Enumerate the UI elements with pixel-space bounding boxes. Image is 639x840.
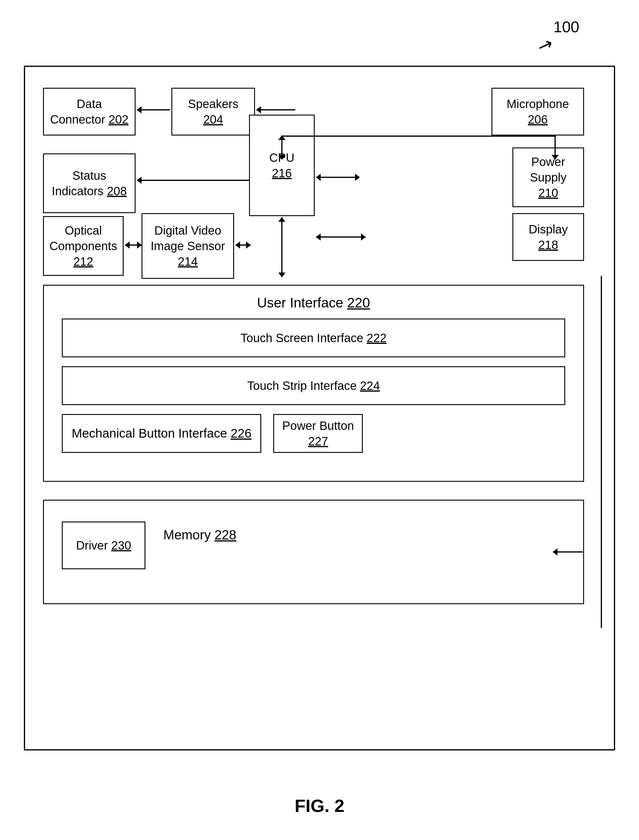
arrow-mic-to-speakers xyxy=(256,109,295,110)
digital-video-box: Digital VideoImage Sensor 214 xyxy=(141,213,234,279)
optical-components-label: OpticalComponents 212 xyxy=(49,223,118,269)
arrow-cpu-to-ui xyxy=(281,217,283,277)
microphone-box: Microphone 206 xyxy=(491,88,584,135)
data-connector-label: Data Connector 202 xyxy=(50,96,129,127)
arrow-mic-to-cpu-v xyxy=(555,135,556,159)
touch-screen-box: Touch Screen Interface 222 xyxy=(62,319,565,357)
arrow-display-cpu xyxy=(316,237,366,238)
display-label: Display 218 xyxy=(519,221,577,252)
digital-video-label: Digital VideoImage Sensor 214 xyxy=(148,223,227,269)
arrow-right-connector-v xyxy=(601,276,602,628)
memory-label: Memory 228 xyxy=(163,527,237,542)
arrow-speakers-to-dc xyxy=(137,109,170,110)
power-button-label: Power Button 227 xyxy=(280,418,356,449)
speakers-label: Speakers 204 xyxy=(178,96,248,127)
user-interface-number: 220 xyxy=(347,295,370,310)
display-box: Display 218 xyxy=(512,213,584,261)
speakers-box: Speakers 204 xyxy=(172,88,255,135)
data-connector-box: Data Connector 202 xyxy=(43,88,135,135)
memory-box: Driver 230 Memory 228 xyxy=(43,500,584,604)
main-diagram-box: Data Connector 202 Speakers 204 Micropho… xyxy=(24,66,615,750)
power-button-box: Power Button 227 xyxy=(273,414,363,453)
arrow-power-cpu xyxy=(316,177,359,178)
bottom-row: Mechanical Button Interface 226 Power Bu… xyxy=(62,414,565,453)
user-interface-label: User Interface 220 xyxy=(257,295,370,311)
arrow-to-memory-h xyxy=(553,551,583,553)
fig-caption: FIG. 2 xyxy=(295,796,345,816)
page: 100 ↙ Data Connector 202 Speakers 204 Mi… xyxy=(0,0,639,840)
touch-strip-label: Touch Strip Interface 224 xyxy=(247,378,380,394)
arrow-dv-cpu xyxy=(235,245,251,246)
power-supply-box: Power Supply 210 xyxy=(512,148,584,207)
user-interface-box: User Interface 220 Touch Screen Interfac… xyxy=(43,285,584,482)
fig-ref-number: 100 xyxy=(553,18,579,36)
status-indicators-label: Status Indicators 208 xyxy=(50,168,129,199)
driver-label: Driver 230 xyxy=(76,538,131,553)
status-indicators-box: Status Indicators 208 xyxy=(43,153,135,213)
arrow-cpu-speakers-v xyxy=(281,135,283,159)
optical-components-box: OpticalComponents 212 xyxy=(43,216,124,276)
mechanical-button-label: Mechanical Button Interface 226 xyxy=(72,426,251,441)
mechanical-button-box: Mechanical Button Interface 226 xyxy=(62,414,261,453)
power-supply-label: Power Supply 210 xyxy=(519,154,577,201)
arrow-status-cpu xyxy=(137,180,249,181)
arrow-mic-to-cpu-h xyxy=(282,135,556,137)
driver-box: Driver 230 xyxy=(62,521,145,569)
touch-screen-label: Touch Screen Interface 222 xyxy=(240,330,386,346)
arrow-optical-dv xyxy=(125,245,141,246)
microphone-label: Microphone 206 xyxy=(498,96,577,127)
ref-arrow: ↙ xyxy=(534,34,556,59)
cpu-box: CPU216 xyxy=(249,114,315,216)
touch-strip-box: Touch Strip Interface 224 xyxy=(62,366,565,405)
memory-number: 228 xyxy=(215,527,236,542)
